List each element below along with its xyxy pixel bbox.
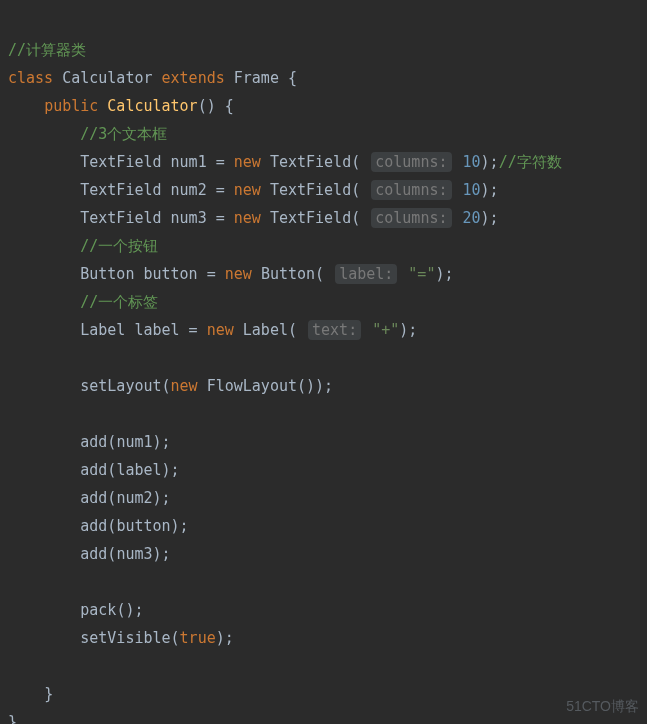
param-hint: columns:	[371, 152, 451, 172]
call: add	[80, 489, 107, 507]
call: setLayout	[80, 377, 161, 395]
gutter	[0, 0, 10, 724]
paren: (	[351, 153, 360, 171]
call: add	[80, 545, 107, 563]
paren: (	[351, 209, 360, 227]
keyword-new: new	[207, 321, 234, 339]
var: num2	[116, 489, 152, 507]
var: button	[116, 517, 170, 535]
paren: (	[315, 265, 324, 283]
comment-line: //字符数	[499, 153, 562, 171]
constructor-name: Calculator	[107, 97, 197, 115]
var: num3	[171, 209, 207, 227]
call: setVisible	[80, 629, 170, 647]
var: button	[143, 265, 197, 283]
keyword-new: new	[171, 377, 198, 395]
op: =	[180, 321, 207, 339]
code-editor[interactable]: //计算器类 class Calculator extends Frame { …	[0, 0, 647, 724]
paren: (	[171, 629, 180, 647]
type: TextField	[80, 153, 161, 171]
punct: ();	[116, 601, 143, 619]
keyword-class: class	[8, 69, 53, 87]
number: 10	[463, 153, 481, 171]
comment-line: //一个标签	[80, 293, 158, 311]
type: Button	[80, 265, 134, 283]
var: label	[116, 461, 161, 479]
keyword-new: new	[234, 209, 261, 227]
keyword-public: public	[44, 97, 98, 115]
watermark: 51CTO博客	[566, 692, 639, 720]
paren: (	[288, 321, 297, 339]
op: =	[207, 153, 234, 171]
super-name: Frame	[234, 69, 279, 87]
paren: (	[351, 181, 360, 199]
brace: {	[279, 69, 297, 87]
ctor-sig: () {	[198, 97, 234, 115]
punct: );	[171, 517, 189, 535]
param-hint: columns:	[371, 208, 451, 228]
call: add	[80, 461, 107, 479]
type: Button	[261, 265, 315, 283]
var: label	[134, 321, 179, 339]
var: num1	[171, 153, 207, 171]
comment-line: //一个按钮	[80, 237, 158, 255]
call: add	[80, 517, 107, 535]
punct: );	[399, 321, 417, 339]
keyword-extends: extends	[162, 69, 225, 87]
comment-line: //3个文本框	[80, 125, 167, 143]
type: Label	[80, 321, 125, 339]
number: 10	[463, 181, 481, 199]
type: TextField	[270, 181, 351, 199]
comment-line: //计算器类	[8, 41, 86, 59]
punct: );	[153, 489, 171, 507]
type: TextField	[80, 181, 161, 199]
type: TextField	[80, 209, 161, 227]
string: "+"	[372, 321, 399, 339]
param-hint: columns:	[371, 180, 451, 200]
punct: );	[435, 265, 453, 283]
punct: );	[216, 629, 234, 647]
punct: );	[481, 209, 499, 227]
keyword-new: new	[234, 181, 261, 199]
var: num1	[116, 433, 152, 451]
keyword-new: new	[234, 153, 261, 171]
op: =	[207, 209, 234, 227]
param-hint: label:	[335, 264, 397, 284]
punct: );	[153, 545, 171, 563]
punct: );	[162, 461, 180, 479]
keyword-true: true	[180, 629, 216, 647]
type: TextField	[270, 209, 351, 227]
call: add	[80, 433, 107, 451]
number: 20	[463, 209, 481, 227]
punct: );	[481, 153, 499, 171]
type: TextField	[270, 153, 351, 171]
punct: );	[481, 181, 499, 199]
var: num2	[171, 181, 207, 199]
keyword-new: new	[225, 265, 252, 283]
var: num3	[116, 545, 152, 563]
call: pack	[80, 601, 116, 619]
op: =	[198, 265, 225, 283]
paren: (	[162, 377, 171, 395]
param-hint: text:	[308, 320, 361, 340]
type: FlowLayout	[207, 377, 297, 395]
type: Label	[243, 321, 288, 339]
brace: }	[44, 685, 53, 703]
string: "="	[408, 265, 435, 283]
op: =	[207, 181, 234, 199]
punct: );	[153, 433, 171, 451]
class-name: Calculator	[62, 69, 152, 87]
punct: ());	[297, 377, 333, 395]
